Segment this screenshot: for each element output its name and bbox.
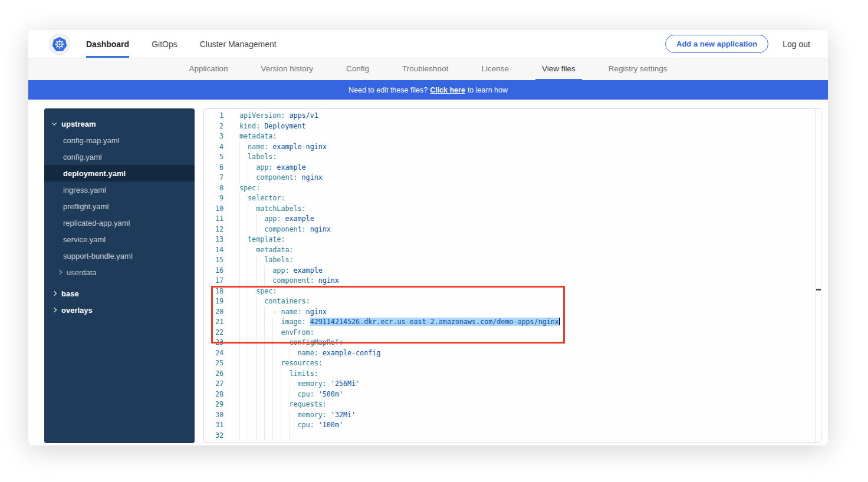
chevron-right-icon — [57, 270, 62, 275]
line-number: 24 — [204, 348, 223, 359]
line-number: 10 — [204, 204, 223, 214]
code-line-25: 25resources: — [204, 358, 821, 369]
line-number: 22 — [204, 328, 223, 338]
add-application-button[interactable]: Add a new application — [665, 35, 768, 53]
tree-item-ingress-yaml[interactable]: ingress.yaml — [44, 181, 195, 198]
code-line-22: 22envFrom: — [204, 328, 821, 338]
view-files-content: upstreamconfig-map.yamlconfig.yamldeploy… — [28, 100, 828, 445]
gutter-spacer — [223, 235, 239, 245]
code-line-16: 16app: example — [204, 266, 821, 276]
gutter-spacer — [223, 286, 239, 297]
code-line-30: 30memory: '32Mi' — [204, 410, 821, 421]
line-number: 28 — [204, 389, 223, 400]
nav-tab-gitops[interactable]: GitOps — [152, 30, 177, 58]
logo-wrap — [28, 30, 86, 58]
line-number: 2 — [204, 121, 223, 132]
subnav-tab-view-files[interactable]: View files — [535, 58, 582, 80]
gutter-spacer — [223, 379, 239, 389]
tree-item-label: config-map.yaml — [63, 136, 119, 145]
code-line-29: 29requests: — [204, 400, 821, 410]
tree-item-overlays[interactable]: overlays — [44, 302, 195, 318]
tree-item-base[interactable]: base — [44, 285, 195, 302]
nav-tab-dashboard[interactable]: Dashboard — [86, 30, 129, 58]
code-line-7: 7component: nginx — [204, 173, 821, 183]
gutter-spacer — [223, 431, 239, 441]
gutter-spacer — [223, 152, 239, 163]
tree-item-label: base — [61, 289, 79, 298]
tree-item-preflight-yaml[interactable]: preflight.yaml — [44, 198, 195, 214]
editor-overview-ruler[interactable] — [815, 109, 821, 443]
text-cursor — [559, 318, 560, 325]
code-line-24: 24name: example-config — [204, 348, 821, 359]
code-line-10: 10matchLabels: — [204, 204, 821, 214]
click-here-link[interactable]: Click here — [430, 86, 465, 94]
subnav-tab-version-history[interactable]: Version history — [255, 58, 320, 80]
code-line-5: 5labels: — [204, 152, 821, 163]
tree-item-upstream[interactable]: upstream — [44, 115, 195, 132]
subnav-tab-license[interactable]: License — [475, 58, 515, 80]
tree-item-replicated-app-yaml[interactable]: replicated-app.yaml — [44, 214, 195, 231]
gutter-spacer — [223, 193, 239, 204]
line-number: 4 — [204, 142, 223, 153]
chevron-down-icon — [52, 120, 57, 125]
code-line-23: 23- configMapRef: — [204, 338, 821, 348]
line-number: 20 — [204, 307, 223, 318]
indent-guide — [264, 431, 265, 441]
gutter-spacer — [223, 348, 239, 359]
code-line-14: 14metadata: — [204, 245, 821, 256]
gutter-spacer — [223, 317, 239, 328]
tree-item-support-bundle-yaml[interactable]: support-bundle.yaml — [44, 247, 195, 264]
tree-item-deployment-yaml[interactable]: deployment.yaml — [44, 165, 195, 181]
code-content: kind: Deployment — [239, 121, 821, 132]
code-line-19: 19containers: — [204, 296, 821, 307]
kubernetes-logo-icon — [50, 34, 70, 54]
tree-item-label: upstream — [61, 120, 96, 128]
subnav-tab-registry-settings[interactable]: Registry settings — [602, 58, 674, 80]
line-number: 5 — [204, 152, 223, 163]
code-line-1: 1apiVersion: apps/v1 — [204, 111, 821, 121]
gutter-spacer — [223, 358, 239, 369]
code-line-18: 18spec: — [204, 286, 821, 297]
gutter-spacer — [223, 173, 239, 183]
line-number: 12 — [204, 225, 223, 235]
subnav-tab-application[interactable]: Application — [182, 58, 234, 80]
tree-item-config-map-yaml[interactable]: config-map.yaml — [44, 132, 195, 148]
tree-item-config-yaml[interactable]: config.yaml — [44, 148, 195, 165]
line-number: 13 — [204, 235, 223, 245]
tree-item-label: config.yaml — [63, 153, 102, 161]
subnav-tab-config[interactable]: Config — [340, 58, 376, 80]
line-number: 9 — [204, 193, 223, 204]
code-content: requests: — [239, 400, 821, 410]
editor-lines: 1apiVersion: apps/v12kind: Deployment3me… — [204, 111, 821, 441]
line-number: 6 — [204, 163, 223, 173]
gutter-spacer — [223, 204, 239, 214]
yaml-editor[interactable]: 1apiVersion: apps/v12kind: Deployment3me… — [203, 108, 821, 443]
code-content: component: nginx — [239, 276, 821, 286]
nav-tab-cluster-management[interactable]: Cluster Management — [200, 30, 277, 58]
code-content: app: example — [239, 266, 821, 276]
gutter-spacer — [223, 420, 239, 431]
edit-files-banner: Need to edit these files? Click here to … — [28, 80, 828, 100]
code-line-20: 20- name: nginx — [204, 307, 821, 318]
tree-item-userdata[interactable]: userdata — [44, 264, 195, 280]
gutter-spacer — [223, 131, 239, 142]
code-content: apiVersion: apps/v1 — [239, 111, 821, 121]
code-content: metadata: — [239, 131, 821, 142]
code-content: image: 429114214526.dkr.ecr.us-east-2.am… — [239, 317, 821, 328]
code-line-4: 4name: example-nginx — [204, 142, 821, 153]
top-navbar: DashboardGitOpsCluster Management Add a … — [28, 30, 828, 58]
code-line-17: 17component: nginx — [204, 276, 821, 286]
line-number: 18 — [204, 286, 223, 297]
logout-link[interactable]: Log out — [782, 39, 810, 49]
tree-item-service-yaml[interactable]: service.yaml — [44, 231, 195, 247]
line-number: 31 — [204, 420, 223, 431]
navbar-right: Add a new application Log out — [665, 30, 828, 58]
line-number: 32 — [204, 431, 223, 441]
banner-text-prefix: Need to edit these files? — [348, 86, 428, 94]
code-content: name: example-nginx — [239, 142, 821, 153]
tree-item-label: replicated-app.yaml — [63, 219, 130, 227]
subnav-tab-troubleshoot[interactable]: Troubleshoot — [396, 58, 455, 80]
line-number: 11 — [204, 214, 223, 225]
gutter-spacer — [223, 111, 239, 121]
code-line-15: 15labels: — [204, 255, 821, 266]
